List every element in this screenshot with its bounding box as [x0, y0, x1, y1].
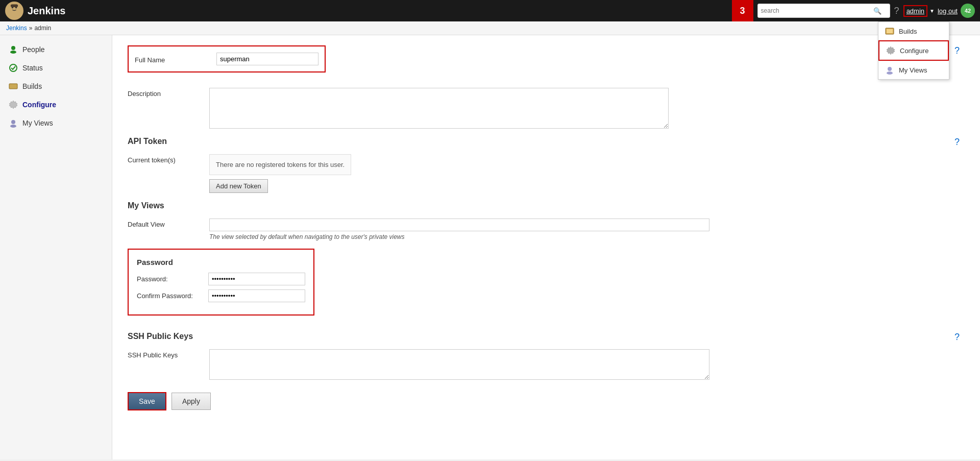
- jenkins-logo-svg: [6, 3, 22, 19]
- full-name-row: Full Name: [135, 53, 318, 65]
- add-new-token-button[interactable]: Add new Token: [209, 179, 268, 193]
- sidebar-status-label: Status: [22, 64, 43, 72]
- search-icon: 🔍: [873, 7, 881, 15]
- ssh-row: SSH Public Keys: [128, 349, 965, 380]
- default-view-row: Default View: [128, 219, 965, 231]
- svg-point-15: [11, 120, 15, 124]
- breadcrumb-separator: »: [29, 25, 33, 32]
- description-label: Description: [128, 88, 209, 98]
- dropdown-configure[interactable]: Configure: [878, 40, 949, 61]
- header: Jenkins 3 🔍 ? admin ▼ log out 42 Builds …: [0, 0, 980, 21]
- confirm-password-input[interactable]: [208, 289, 305, 302]
- token-info-box: There are no registered tokens for this …: [209, 154, 351, 175]
- app-title: Jenkins: [28, 5, 65, 17]
- form-actions: Save Apply: [128, 392, 965, 410]
- breadcrumb-current: admin: [34, 25, 51, 32]
- people-icon: [8, 44, 18, 55]
- dropdown-configure-label: Configure: [900, 47, 928, 55]
- main-content: Full Name ? Description API Token Curren…: [112, 35, 980, 459]
- password-label: Password:: [137, 275, 208, 283]
- svg-point-8: [888, 67, 892, 71]
- current-tokens-label: Current token(s): [128, 154, 209, 164]
- status-icon: [8, 63, 18, 73]
- configure-icon: [8, 100, 18, 110]
- svg-point-12: [10, 64, 17, 71]
- dropdown-builds-label: Builds: [899, 28, 917, 35]
- api-token-header: API Token: [128, 137, 965, 148]
- svg-point-9: [887, 71, 893, 75]
- api-token-help-icon[interactable]: ?: [954, 137, 960, 148]
- sidebar-configure-label: Configure: [22, 101, 56, 109]
- sidebar-myviews-label: My Views: [22, 119, 53, 127]
- save-button[interactable]: Save: [128, 392, 166, 410]
- default-view-label: Default View: [128, 219, 209, 228]
- sidebar-item-myviews[interactable]: My Views: [0, 114, 112, 132]
- ssh-help-icon[interactable]: ?: [954, 332, 960, 343]
- ssh-section: SSH Public Keys SSH Public Keys ?: [128, 332, 965, 380]
- ssh-keys-textarea[interactable]: [209, 349, 709, 380]
- search-box: 🔍: [757, 4, 890, 18]
- description-textarea[interactable]: [209, 88, 669, 129]
- default-view-input[interactable]: [209, 219, 709, 231]
- sidebar-item-builds[interactable]: Builds: [0, 77, 112, 95]
- user-dropdown-menu: Builds Configure My Views: [878, 21, 949, 80]
- default-view-hint-row: The view selected by default when naviga…: [128, 233, 965, 240]
- password-highlight-box: Password Password: Confirm Password:: [128, 249, 314, 316]
- svg-point-11: [10, 51, 16, 54]
- breadcrumb-root[interactable]: Jenkins: [6, 25, 27, 32]
- dropdown-arrow-icon: ▼: [929, 8, 935, 14]
- sidebar: People Status Builds Configure My Views: [0, 35, 112, 459]
- description-section: Description: [128, 88, 965, 129]
- svg-point-10: [11, 46, 15, 50]
- svg-rect-4: [11, 5, 18, 7]
- dropdown-builds[interactable]: Builds: [878, 22, 949, 40]
- sidebar-people-label: People: [22, 45, 45, 54]
- password-row: Password:: [137, 273, 305, 285]
- dropdown-myviews[interactable]: My Views: [878, 61, 949, 79]
- my-views-header: My Views: [128, 201, 965, 212]
- user-name-label[interactable]: admin: [903, 5, 927, 17]
- token-box-area: There are no registered tokens for this …: [209, 154, 351, 193]
- api-token-row: Current token(s) There are no registered…: [128, 154, 965, 193]
- builds-dropdown-icon: [885, 26, 895, 36]
- full-name-label: Full Name: [135, 54, 216, 64]
- sidebar-item-status[interactable]: Status: [0, 59, 112, 77]
- full-name-highlight-box: Full Name: [128, 45, 326, 72]
- password-input[interactable]: [208, 273, 305, 285]
- full-name-input[interactable]: [216, 53, 318, 65]
- notification-badge[interactable]: 3: [732, 0, 753, 21]
- svg-point-16: [10, 125, 16, 128]
- update-badge[interactable]: 42: [961, 4, 975, 18]
- svg-point-1: [9, 12, 19, 19]
- svg-rect-6: [887, 29, 893, 33]
- log-out-link[interactable]: log out: [938, 7, 958, 15]
- sidebar-builds-label: Builds: [22, 82, 42, 90]
- logo[interactable]: Jenkins: [5, 2, 65, 20]
- no-tokens-text: There are no registered tokens for this …: [216, 161, 345, 168]
- ssh-keys-label: SSH Public Keys: [128, 349, 209, 359]
- dropdown-myviews-label: My Views: [899, 66, 927, 74]
- password-section: Password Password: Confirm Password:: [128, 249, 965, 324]
- myviews-dropdown-icon: [885, 65, 895, 75]
- svg-rect-13: [9, 84, 17, 89]
- configure-dropdown-icon: [886, 45, 896, 56]
- myviews-icon: [8, 118, 18, 128]
- fullname-help-icon[interactable]: ?: [954, 45, 960, 56]
- layout: People Status Builds Configure My Views: [0, 35, 980, 459]
- confirm-password-label: Confirm Password:: [137, 292, 208, 300]
- ssh-header: SSH Public Keys: [128, 332, 965, 343]
- header-help-icon[interactable]: ?: [894, 6, 899, 16]
- my-views-section: My Views Default View The view selected …: [128, 201, 965, 240]
- apply-button[interactable]: Apply: [172, 393, 211, 410]
- description-row: Description: [128, 88, 965, 129]
- sidebar-item-people[interactable]: People: [0, 40, 112, 59]
- user-menu[interactable]: admin ▼: [903, 5, 935, 17]
- default-view-hint: The view selected by default when naviga…: [209, 233, 405, 240]
- full-name-section: Full Name ?: [128, 45, 965, 81]
- builds-icon: [8, 81, 18, 91]
- api-token-section: API Token Current token(s) There are no …: [128, 137, 965, 193]
- password-section-header: Password: [137, 258, 305, 266]
- confirm-password-row: Confirm Password:: [137, 289, 305, 302]
- search-input[interactable]: [761, 7, 873, 14]
- sidebar-item-configure[interactable]: Configure: [0, 95, 112, 114]
